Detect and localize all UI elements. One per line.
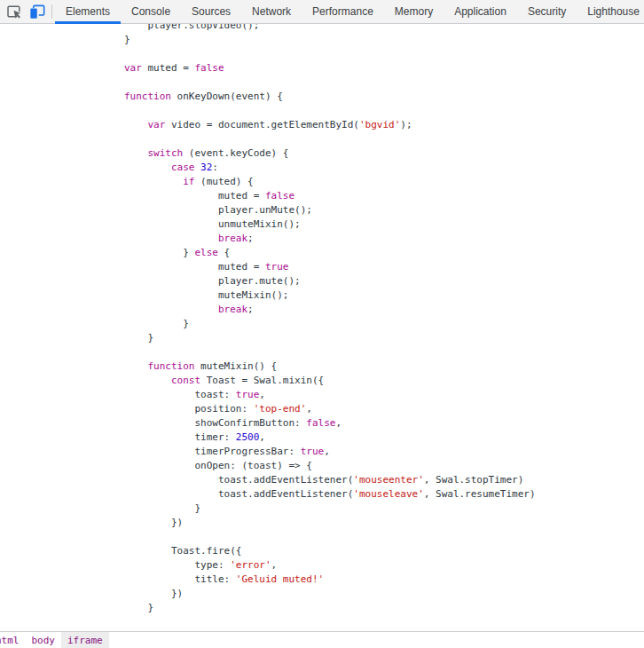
- code-line: [124, 104, 644, 118]
- code-line: }: [124, 33, 644, 47]
- tab-elements[interactable]: Elements: [55, 0, 121, 23]
- breadcrumb-item-iframe[interactable]: iframe: [61, 632, 109, 648]
- device-toolbar-icon: [29, 4, 45, 20]
- code-line: muteMixin();: [124, 288, 644, 303]
- code-line: }: [124, 331, 644, 345]
- code-line: title: 'Geluid muted!': [124, 573, 644, 587]
- tab-security[interactable]: Security: [517, 0, 577, 23]
- code-line: [124, 530, 644, 544]
- code-line: }): [124, 587, 644, 601]
- devtools-window: ElementsConsoleSourcesNetworkPerformance…: [0, 0, 644, 648]
- code-line: player.stopVideo();: [124, 24, 644, 33]
- code-line: timer: 2500,: [124, 431, 644, 445]
- code-line: unmuteMixin();: [124, 217, 644, 232]
- tab-network[interactable]: Network: [241, 0, 302, 23]
- toolbar-icons: [0, 0, 55, 23]
- code-line: toast.addEventListener('mouseleave', Swa…: [124, 487, 644, 502]
- code-line: function muteMixin() {: [124, 360, 644, 374]
- code-line: const Toast = Swal.mixin({: [124, 374, 644, 388]
- code-line: [124, 47, 644, 61]
- code-line: position: 'top-end',: [124, 402, 644, 416]
- code-line: break;: [124, 303, 644, 317]
- code-line: muted = false: [124, 189, 644, 203]
- devtools-tabs: ElementsConsoleSourcesNetworkPerformance…: [55, 0, 644, 23]
- tab-application[interactable]: Application: [444, 0, 517, 23]
- toolbar-separator: [51, 4, 52, 19]
- inspect-element-icon: [6, 4, 22, 20]
- code-line: [124, 132, 644, 146]
- breadcrumb-bar: htmlbodyiframe: [0, 631, 644, 648]
- code-line: var video = document.getElementById('bgv…: [124, 118, 644, 132]
- devtools-tabbar: ElementsConsoleSourcesNetworkPerformance…: [0, 0, 644, 24]
- script-source[interactable]: player.stopVideo();}var muted = falsefun…: [0, 24, 644, 615]
- tab-lighthouse[interactable]: Lighthouse: [577, 0, 644, 23]
- code-line: }): [124, 516, 644, 530]
- code-line: toast: true,: [124, 388, 644, 402]
- code-line: toast.addEventListener('mouseenter', Swa…: [124, 473, 644, 487]
- code-line: if (muted) {: [124, 175, 644, 189]
- breadcrumb-item-body[interactable]: body: [26, 632, 62, 648]
- code-line: case 32:: [124, 161, 644, 175]
- code-line: }: [124, 317, 644, 331]
- tab-performance[interactable]: Performance: [302, 0, 384, 23]
- tab-console[interactable]: Console: [121, 0, 181, 23]
- code-line: var muted = false: [124, 61, 644, 75]
- code-line: } else {: [124, 246, 644, 260]
- code-line: [124, 345, 644, 360]
- tab-memory[interactable]: Memory: [384, 0, 444, 23]
- code-line: player.unMute();: [124, 203, 644, 217]
- code-line: muted = true: [124, 260, 644, 274]
- code-line: [124, 75, 644, 90]
- code-line: break;: [124, 232, 644, 246]
- code-line: player.mute();: [124, 274, 644, 288]
- breadcrumb-item-html[interactable]: html: [0, 632, 26, 648]
- code-line: }: [124, 601, 644, 615]
- inspect-element-button[interactable]: [3, 0, 26, 23]
- code-line: Toast.fire({: [124, 544, 644, 558]
- elements-panel: player.stopVideo();}var muted = falsefun…: [0, 24, 644, 631]
- code-line: timerProgressBar: true,: [124, 445, 644, 459]
- device-toolbar-button[interactable]: [26, 0, 49, 23]
- code-line: onOpen: (toast) => {: [124, 459, 644, 473]
- code-line: switch (event.keyCode) {: [124, 146, 644, 161]
- code-line: type: 'error',: [124, 558, 644, 573]
- code-line: showConfirmButton: false,: [124, 416, 644, 431]
- code-line: }: [124, 502, 644, 516]
- code-line: function onKeyDown(event) {: [124, 90, 644, 104]
- tab-sources[interactable]: Sources: [181, 0, 241, 23]
